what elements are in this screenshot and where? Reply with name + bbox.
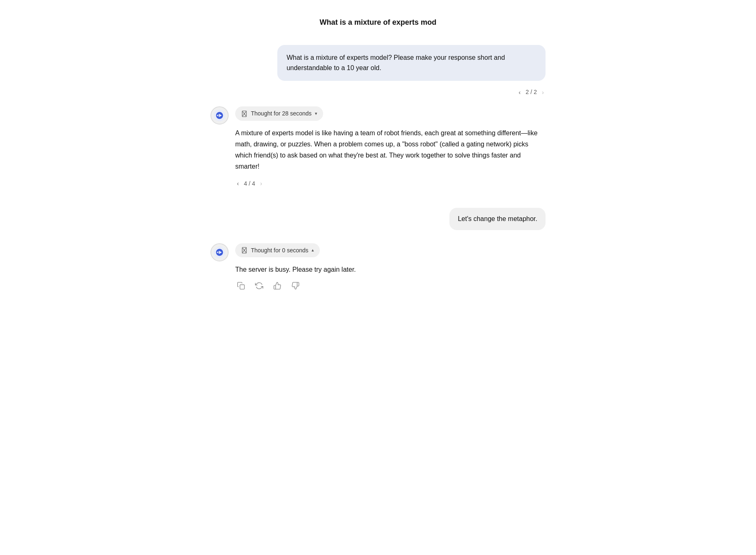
thought-badge-2[interactable]: Thought for 0 seconds ▴ (235, 243, 320, 257)
thumbsup-icon (273, 282, 281, 290)
user-message-bubble-2: Let's change the metaphor. (449, 208, 546, 230)
ai-response-row-1: Thought for 28 seconds ▾ A mixture of ex… (210, 106, 546, 196)
ai-message-text-2: The server is busy. Please try again lat… (235, 264, 546, 275)
pagination-prev-btn-1[interactable]: ‹ (517, 88, 522, 96)
pagination-prev-inner-btn-1[interactable]: ‹ (235, 179, 241, 188)
pagination-next-btn-1[interactable]: › (540, 88, 546, 96)
action-icons-row (235, 280, 546, 292)
thumbsdown-button[interactable] (290, 280, 301, 292)
pagination-next-inner-btn-1[interactable]: › (258, 179, 264, 188)
ai-content-1: Thought for 28 seconds ▾ A mixture of ex… (235, 106, 546, 196)
ai-logo-icon-2 (214, 247, 225, 258)
user-message-wrapper-1: What is a mixture of experts model? Plea… (210, 45, 546, 81)
regenerate-button[interactable] (253, 280, 265, 292)
hourglass-icon-2 (241, 247, 248, 254)
conversation-block-2: Let's change the metaphor. (210, 208, 546, 292)
pagination-inner-text-1: 4 / 4 (244, 179, 255, 188)
thought-label-2: Thought for 0 seconds (251, 246, 308, 255)
ai-response-row-2: Thought for 0 seconds ▴ The server is bu… (210, 243, 546, 292)
user-message-wrapper-2: Let's change the metaphor. (210, 208, 546, 230)
svg-point-0 (214, 110, 225, 121)
ai-logo-icon-1 (214, 110, 225, 121)
thought-icon-1 (241, 111, 248, 117)
conversation-block-1: What is a mixture of experts model? Plea… (210, 45, 546, 196)
thought-icon-2 (241, 247, 248, 254)
page-container: What is a mixture of experts mod What is… (201, 0, 555, 326)
thought-chevron-2: ▴ (312, 247, 314, 254)
ai-message-text-1: A mixture of experts model is like havin… (235, 127, 546, 172)
page-title: What is a mixture of experts mod (210, 16, 546, 28)
pagination-left-1: ‹ 4 / 4 › (235, 179, 546, 188)
pagination-right-1: ‹ 2 / 2 › (210, 87, 546, 96)
thought-badge-1[interactable]: Thought for 28 seconds ▾ (235, 106, 323, 120)
copy-icon (237, 282, 245, 290)
hourglass-icon-1 (241, 111, 248, 117)
user-message-bubble-1: What is a mixture of experts model? Plea… (277, 45, 546, 81)
pagination-text-1: 2 / 2 (526, 87, 537, 96)
thumbsdown-icon (291, 282, 300, 290)
ai-avatar-1 (210, 106, 229, 125)
thumbsup-button[interactable] (272, 280, 283, 292)
ai-avatar-2 (210, 243, 229, 261)
thought-chevron-1: ▾ (315, 110, 317, 118)
thought-label-1: Thought for 28 seconds (251, 109, 312, 118)
regenerate-icon (255, 282, 263, 290)
svg-rect-4 (240, 285, 245, 289)
copy-button[interactable] (235, 280, 247, 292)
ai-content-2: Thought for 0 seconds ▴ The server is bu… (235, 243, 546, 292)
svg-point-2 (214, 247, 225, 258)
